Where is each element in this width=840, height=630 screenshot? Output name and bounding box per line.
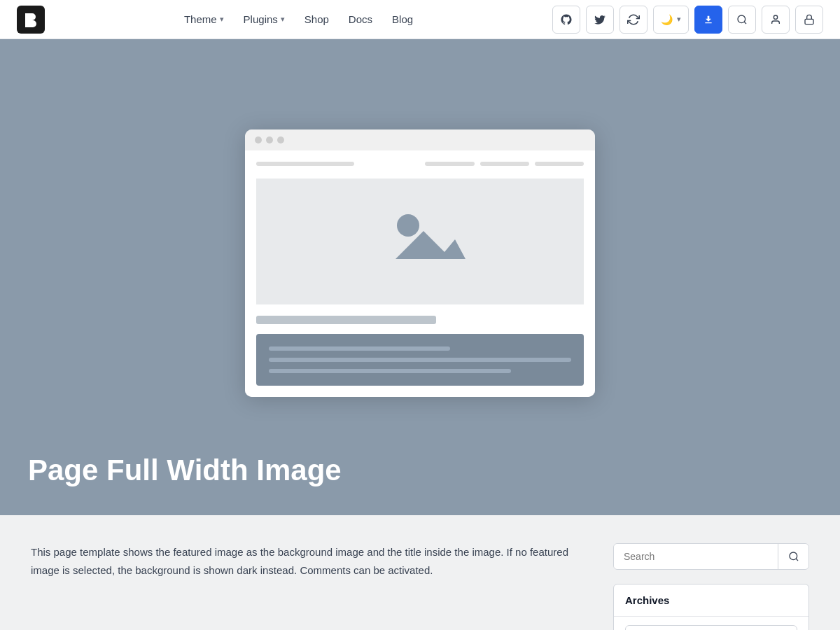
dot-red xyxy=(255,136,262,144)
mockup-titlebar xyxy=(245,130,595,150)
svg-line-1 xyxy=(744,22,746,24)
nav-shop[interactable]: Shop xyxy=(304,13,329,25)
svg-point-4 xyxy=(397,214,419,237)
page-description: This page template shows the featured im… xyxy=(31,543,591,579)
github-button[interactable] xyxy=(552,6,580,34)
image-placeholder-icon xyxy=(374,203,465,280)
mockup-text-line xyxy=(269,369,511,373)
sidebar: Archives Select Month January 2024 Febru… xyxy=(613,543,809,630)
site-logo[interactable] xyxy=(17,6,45,34)
nav-links: Theme ▾ Plugins ▾ Shop Docs Blog xyxy=(184,13,413,25)
browser-mockup xyxy=(245,130,595,397)
archives-widget: Archives Select Month January 2024 Febru… xyxy=(613,584,809,630)
chevron-down-icon: ▾ xyxy=(281,15,285,24)
archives-select[interactable]: Select Month January 2024 February 2024 … xyxy=(625,625,797,630)
mockup-text-block xyxy=(256,334,584,386)
search-input[interactable] xyxy=(614,544,778,569)
hero-section: Page Full Width Image xyxy=(0,39,840,515)
theme-selector[interactable]: 🌙 ▾ xyxy=(653,6,689,34)
svg-line-8 xyxy=(796,559,798,561)
chevron-down-icon: ▾ xyxy=(677,15,681,24)
nav-plugins[interactable]: Plugins ▾ xyxy=(244,13,285,25)
chevron-down-icon: ▾ xyxy=(220,15,224,24)
search-widget xyxy=(613,543,809,570)
dot-green xyxy=(277,136,284,144)
search-button[interactable] xyxy=(778,544,808,569)
hero-page-title: Page Full Width Image xyxy=(28,454,342,487)
content-area: This page template shows the featured im… xyxy=(31,543,591,630)
dot-yellow xyxy=(266,136,273,144)
user-button[interactable] xyxy=(762,6,790,34)
svg-rect-3 xyxy=(805,19,813,24)
navbar: Theme ▾ Plugins ▾ Shop Docs Blog 🌙 ▾ xyxy=(0,0,840,39)
svg-point-2 xyxy=(774,15,777,19)
mockup-body xyxy=(245,150,595,397)
nav-docs[interactable]: Docs xyxy=(349,13,372,25)
mockup-text-line xyxy=(269,346,450,351)
main-content: This page template shows the featured im… xyxy=(14,515,826,630)
twitter-button[interactable] xyxy=(586,6,614,34)
svg-point-7 xyxy=(790,552,797,560)
search-nav-button[interactable] xyxy=(728,6,756,34)
archives-select-wrap: Select Month January 2024 February 2024 … xyxy=(614,617,808,630)
download-button[interactable] xyxy=(694,6,722,34)
nav-theme[interactable]: Theme ▾ xyxy=(184,13,224,25)
mockup-title-bar xyxy=(256,316,436,324)
svg-point-0 xyxy=(738,15,746,23)
nav-blog[interactable]: Blog xyxy=(392,13,413,25)
refresh-button[interactable] xyxy=(620,6,648,34)
nav-actions: 🌙 ▾ xyxy=(552,6,823,34)
mockup-text-line xyxy=(269,358,571,362)
lock-button[interactable] xyxy=(795,6,823,34)
mockup-image-area xyxy=(256,178,584,304)
search-icon xyxy=(788,551,799,562)
archives-heading: Archives xyxy=(614,584,808,617)
moon-icon: 🌙 xyxy=(661,14,673,25)
